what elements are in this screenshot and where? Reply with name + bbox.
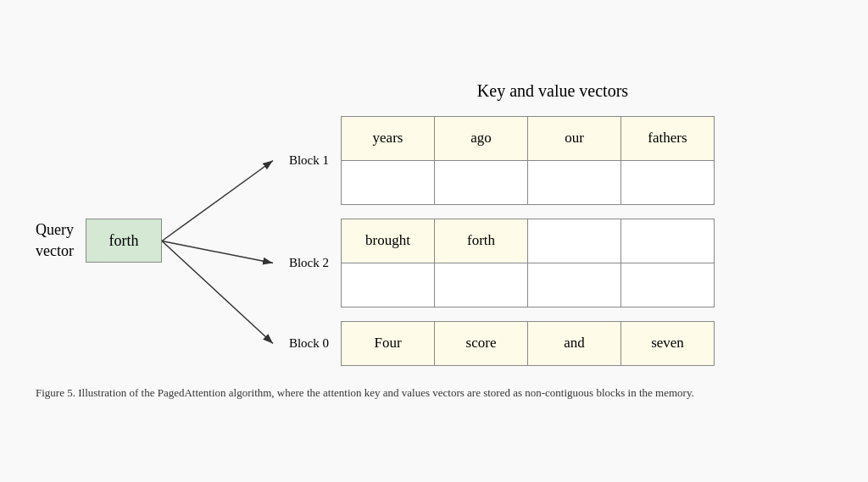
table-cell: seven (621, 321, 715, 365)
table-cell: forth (435, 219, 528, 263)
table-cell-empty (528, 160, 621, 204)
table-cell-empty (621, 219, 715, 263)
block-0-row: Block 0 Four score and seven (273, 321, 832, 366)
table-cell: ago (435, 116, 528, 160)
table-cell: brought (342, 219, 435, 263)
figure-caption: Figure 5. Illustration of the PagedAtten… (36, 385, 798, 402)
block-0-table: Four score and seven (341, 321, 715, 366)
table-cell-empty (435, 160, 528, 204)
diagram-title: Key and value vectors (273, 81, 832, 101)
block-2-label: Block 2 (273, 256, 341, 270)
table-cell-empty (528, 219, 621, 263)
table-cell-empty (342, 160, 435, 204)
query-vector-label: Query vector (36, 219, 74, 262)
query-vector-box: forth (86, 219, 162, 263)
table-cell: Four (342, 321, 435, 365)
table-cell-empty (621, 263, 715, 307)
table-cell-empty (435, 263, 528, 307)
table-cell-empty (621, 160, 715, 204)
block-0-label: Block 0 (273, 336, 341, 351)
table-cell-empty (342, 263, 435, 307)
block-2-row: Block 2 brought forth (273, 219, 832, 307)
table-cell-empty (528, 263, 621, 307)
table-cell: our (528, 116, 621, 160)
block-2-table: brought forth (341, 219, 715, 307)
table-cell: years (342, 116, 435, 160)
table-cell: fathers (621, 116, 715, 160)
table-cell: and (528, 321, 621, 365)
table-cell: score (435, 321, 528, 365)
block-1-label: Block 1 (273, 153, 341, 168)
block-1-row: Block 1 years ago our fathers (273, 116, 832, 205)
block-1-table: years ago our fathers (341, 116, 715, 205)
query-box-text: forth (108, 232, 138, 250)
